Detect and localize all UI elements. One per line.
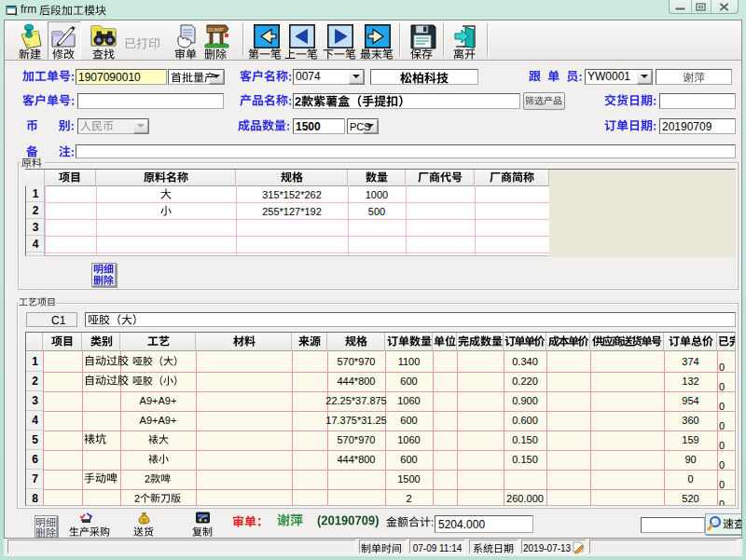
- svg-text:DUMP: DUMP: [207, 27, 224, 33]
